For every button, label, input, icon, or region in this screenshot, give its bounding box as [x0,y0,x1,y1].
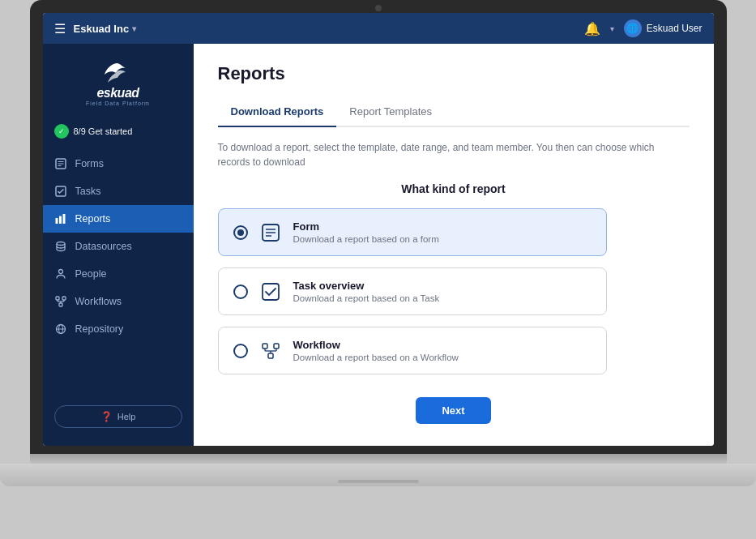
forms-label: Forms [75,158,104,169]
next-button-row: Next [218,397,690,424]
chevron-user-icon: ▾ [610,24,614,33]
sidebar-item-repository[interactable]: Repository [43,315,194,343]
report-option-task[interactable]: Task overview Download a report based on… [218,267,607,315]
logo-text: eskuad [96,86,139,101]
workflows-label: Workflows [75,296,122,307]
repository-label: Repository [75,323,124,335]
svg-point-9 [58,270,62,274]
forms-icon [54,157,67,170]
report-option-form[interactable]: Form Download a report based on a form [218,208,607,256]
tab-report-templates[interactable]: Report Templates [336,99,445,127]
svg-rect-12 [59,303,62,306]
sidebar: eskuad Field Data Platform ✓ 8/9 Get sta… [43,44,194,446]
people-label: People [75,268,107,280]
tasks-label: Tasks [75,186,101,197]
sidebar-item-people[interactable]: People [43,260,194,288]
sidebar-item-forms[interactable]: Forms [43,150,194,178]
main-content: Reports Download Reports Report Template… [194,44,714,446]
svg-rect-26 [274,344,279,349]
get-started-badge: ✓ [54,124,69,139]
radio-workflow[interactable] [233,344,248,358]
next-button[interactable]: Next [416,397,490,424]
sidebar-item-reports[interactable]: Reports [43,205,194,233]
user-avatar: 🌐 [624,19,642,37]
datasources-icon [54,240,67,253]
svg-rect-5 [55,218,58,224]
user-info: 🌐 Eskuad User [624,19,703,37]
tasks-icon [54,185,67,198]
page-title: Reports [218,63,690,84]
user-name: Eskuad User [647,23,703,34]
people-icon [54,267,67,280]
workflows-icon [54,295,67,308]
description-text: To download a report, select the templat… [218,140,690,169]
svg-point-8 [57,242,65,246]
task-report-icon [259,280,282,303]
laptop-base [0,464,756,486]
svg-rect-11 [62,297,66,300]
section-heading: What kind of report [218,182,690,195]
svg-rect-7 [62,214,65,224]
svg-rect-25 [263,344,267,349]
form-option-text: Form Download a report based on a form [293,220,439,244]
notification-bell-icon[interactable]: 🔔 [584,21,600,36]
logo: eskuad Field Data Platform [86,60,150,106]
svg-rect-6 [59,216,62,225]
company-chevron-icon: ▾ [132,24,136,33]
reports-icon [54,212,67,225]
tab-download-reports[interactable]: Download Reports [218,99,337,127]
laptop-hinge [30,454,727,464]
svg-rect-10 [56,297,59,300]
task-option-text: Task overview Download a report based on… [293,280,440,303]
svg-rect-24 [263,284,279,300]
nav-items: Forms Tasks [43,150,194,397]
get-started-progress[interactable]: ✓ 8/9 Get started [43,119,194,150]
sidebar-item-workflows[interactable]: Workflows [43,288,194,315]
reports-label: Reports [75,213,111,225]
trackpad-notch [338,480,419,483]
company-name[interactable]: Eskuad Inc ▾ [74,23,137,35]
tabs: Download Reports Report Templates [218,99,690,127]
hamburger-icon[interactable]: ☰ [54,21,66,36]
sidebar-item-tasks[interactable]: Tasks [43,178,194,205]
help-icon: ❓ [100,411,113,422]
top-bar: ☰ Eskuad Inc ▾ 🔔 ▾ 🌐 Eskuad User [43,13,714,44]
report-option-workflow[interactable]: Workflow Download a report based on a Wo… [218,327,607,374]
workflow-option-text: Workflow Download a report based on a Wo… [293,339,459,362]
repository-icon [54,323,67,336]
svg-rect-27 [268,353,273,358]
workflow-report-icon [259,340,282,362]
form-report-icon [259,221,282,244]
sidebar-item-datasources[interactable]: Datasources [43,233,194,260]
help-button[interactable]: ❓ Help [54,405,182,428]
radio-form[interactable] [233,225,248,240]
report-options-list: Form Download a report based on a form [218,208,607,374]
logo-subtitle: Field Data Platform [86,101,150,106]
radio-task[interactable] [233,284,248,299]
datasources-label: Datasources [75,241,132,252]
